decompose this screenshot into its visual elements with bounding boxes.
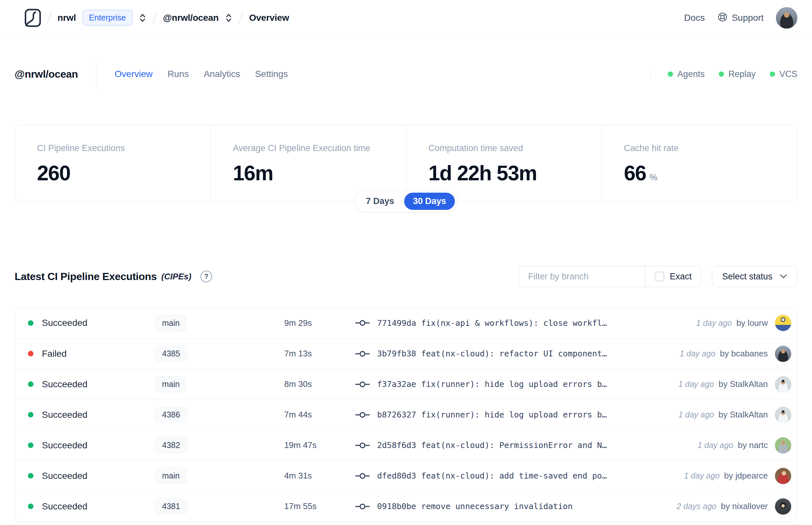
meta-cell: 1 day ago by bcabanes [672, 346, 797, 362]
commit-message[interactable]: dfed80d3 feat(nx-cloud): add time-saved … [377, 471, 607, 480]
branch-filter-group: Exact [519, 266, 701, 287]
branch-chip[interactable]: main [155, 315, 186, 331]
tab-overview[interactable]: Overview [114, 69, 153, 79]
breadcrumb-workspace[interactable]: @nrwl/ocean [163, 13, 219, 23]
table-row[interactable]: Succeeded 4381 17m 55s 0918b0be remove u… [15, 491, 797, 522]
status-label: Failed [42, 349, 66, 359]
author: by nixallover [721, 501, 768, 511]
branch-chip[interactable]: 4382 [155, 437, 187, 453]
meta-cell: 1 day ago by nartc [690, 437, 797, 453]
breadcrumb-slash [47, 12, 52, 24]
table-row[interactable]: Succeeded main 4m 31s dfed80d3 feat(nx-c… [15, 460, 797, 491]
author: by nartc [738, 440, 768, 450]
indicator-replay[interactable]: Replay [719, 69, 755, 79]
git-commit-icon [355, 472, 370, 480]
commit-cell: 2d58f6d3 feat(nx-cloud): PermissionError… [355, 440, 690, 450]
branch-cell: 4386 [155, 407, 284, 423]
author-avatar [775, 376, 791, 392]
time-ago: 1 day ago [696, 318, 732, 328]
commit-message[interactable]: 771499da fix(nx-api & workflows): close … [377, 318, 607, 328]
commit-cell: 3b79fb38 feat(nx-cloud): refactor UI com… [355, 349, 672, 358]
exact-label: Exact [670, 272, 692, 282]
status-dot-icon [28, 320, 33, 326]
user-avatar[interactable] [776, 7, 797, 29]
workspace-header: @nrwl/ocean Overview Runs Analytics Sett… [0, 56, 812, 92]
author-avatar [775, 346, 791, 362]
author: by StalkAltan [718, 379, 768, 389]
help-icon[interactable]: ? [200, 271, 212, 282]
duration: 9m 29s [284, 318, 355, 328]
indicator-agents[interactable]: Agents [668, 69, 704, 79]
git-commit-icon [355, 411, 370, 419]
branch-chip[interactable]: main [155, 376, 186, 392]
branch-cell: 4381 [155, 498, 284, 514]
author-avatar [775, 437, 791, 453]
commit-message[interactable]: 2d58f6d3 feat(nx-cloud): PermissionError… [377, 440, 607, 450]
docs-link[interactable]: Docs [684, 13, 705, 23]
author-avatar [775, 407, 791, 423]
table-row[interactable]: Failed 4385 7m 13s 3b79fb38 feat(nx-clou… [15, 338, 797, 369]
branch-cell: main [155, 315, 284, 331]
tab-runs[interactable]: Runs [168, 69, 189, 79]
exact-checkbox[interactable] [655, 272, 664, 281]
table-row[interactable]: Succeeded main 8m 30s f37a32ae fix(runne… [15, 369, 797, 399]
commit-message[interactable]: 3b79fb38 feat(nx-cloud): refactor UI com… [377, 349, 607, 358]
status-label: Succeeded [42, 501, 87, 512]
range-30-days-button[interactable]: 30 Days [404, 193, 455, 210]
status-cell: Succeeded [15, 410, 155, 420]
author-avatar [775, 468, 791, 484]
commit-cell: 0918b0be remove unnecessary invalidation [355, 501, 669, 511]
git-commit-icon [355, 441, 370, 450]
org-switcher-icon[interactable] [138, 13, 147, 23]
workspace-switcher-icon[interactable] [225, 13, 233, 23]
branch-filter-input[interactable] [519, 266, 645, 287]
branch-chip[interactable]: main [155, 468, 186, 484]
author: by jdpearce [724, 471, 768, 481]
status-cell: Failed [15, 349, 155, 359]
status-label: Succeeded [42, 318, 87, 328]
status-cell: Succeeded [15, 501, 155, 512]
author-avatar [775, 315, 791, 331]
commit-message[interactable]: 0918b0be remove unnecessary invalidation [377, 501, 572, 511]
branch-cell: 4385 [155, 346, 284, 362]
table-row[interactable]: Succeeded 4386 7m 44s b8726327 fix(runne… [15, 399, 797, 430]
select-status-dropdown[interactable]: Select status [712, 266, 797, 287]
commit-cell: b8726327 fix(runner): hide log upload er… [355, 410, 670, 419]
indicator-vcs[interactable]: VCS [770, 69, 797, 79]
green-dot-icon [719, 72, 724, 77]
table-row[interactable]: Succeeded main 9m 29s 771499da fix(nx-ap… [15, 308, 797, 338]
support-link[interactable]: Support [717, 12, 764, 24]
duration: 7m 13s [284, 349, 355, 359]
range-7-days-button[interactable]: 7 Days [357, 193, 403, 210]
status-dot-icon [28, 412, 33, 418]
table-row[interactable]: Succeeded 4382 19m 47s 2d58f6d3 feat(nx-… [15, 430, 797, 460]
cipe-table: Succeeded main 9m 29s 771499da fix(nx-ap… [15, 308, 797, 522]
commit-cell: dfed80d3 feat(nx-cloud): add time-saved … [355, 471, 676, 480]
enterprise-badge: Enterprise [82, 10, 133, 26]
tab-settings[interactable]: Settings [255, 69, 288, 79]
breadcrumb-org[interactable]: nrwl [58, 13, 76, 23]
branch-cell: main [155, 376, 284, 392]
status-cell: Succeeded [15, 318, 155, 328]
status-label: Succeeded [42, 410, 87, 420]
commit-cell: f37a32ae fix(runner): hide log upload er… [355, 379, 670, 389]
git-commit-icon [355, 502, 370, 511]
branch-chip[interactable]: 4385 [155, 346, 187, 362]
tab-analytics[interactable]: Analytics [204, 69, 240, 79]
nx-cloud-logo-icon[interactable] [24, 9, 41, 27]
commit-message[interactable]: b8726327 fix(runner): hide log upload er… [377, 410, 607, 419]
time-ago: 1 day ago [684, 471, 720, 480]
author: by bcabanes [720, 349, 768, 359]
time-ago: 1 day ago [678, 379, 714, 389]
time-ago: 2 days ago [677, 501, 716, 511]
branch-chip[interactable]: 4381 [155, 498, 187, 514]
lifebuoy-icon [717, 12, 728, 24]
time-ago: 1 day ago [698, 440, 733, 450]
branch-chip[interactable]: 4386 [155, 407, 187, 423]
meta-cell: 1 day ago by StalkAltan [670, 407, 797, 423]
status-cell: Succeeded [15, 471, 155, 481]
meta-cell: 1 day ago by lourw [688, 315, 797, 331]
stat-card-cache-hit-rate: Cache hit rate 66% [601, 125, 797, 202]
author: by StalkAltan [718, 410, 768, 420]
commit-message[interactable]: f37a32ae fix(runner): hide log upload er… [377, 379, 607, 389]
